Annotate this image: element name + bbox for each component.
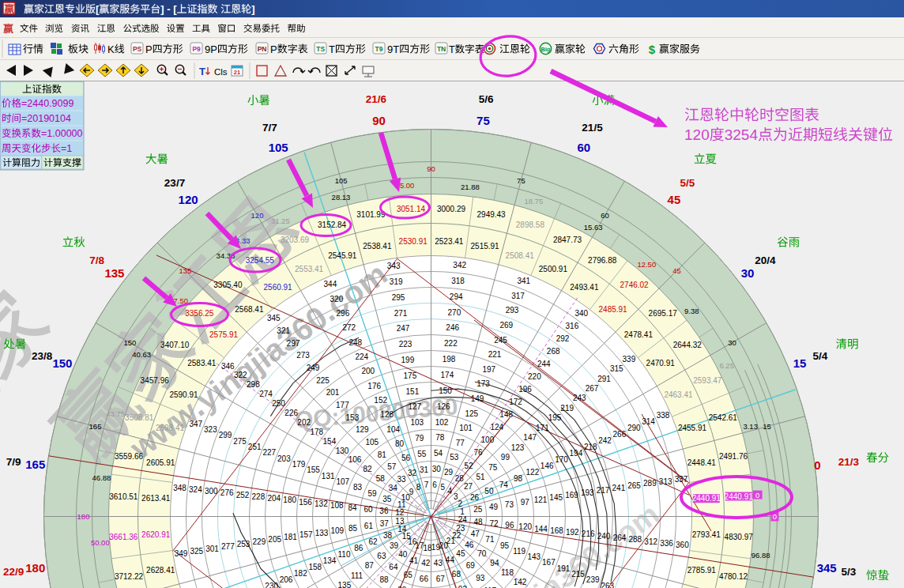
svg-text:222: 222 — [444, 339, 458, 348]
svg-text:270: 270 — [448, 308, 461, 317]
svg-text:93: 93 — [476, 574, 485, 582]
svg-text:94: 94 — [490, 559, 499, 567]
svg-text:314: 314 — [642, 417, 655, 426]
svg-text:126: 126 — [437, 402, 450, 411]
svg-text:124: 124 — [490, 423, 503, 432]
svg-text:150: 150 — [439, 386, 452, 395]
svg-text:133: 133 — [315, 529, 329, 537]
svg-text:269: 269 — [499, 321, 513, 330]
svg-text:65: 65 — [404, 571, 413, 579]
svg-text:75: 75 — [476, 114, 490, 127]
svg-text:23/7: 23/7 — [164, 177, 185, 189]
svg-text:63: 63 — [377, 552, 386, 560]
svg-text:3559.66: 3559.66 — [115, 452, 144, 461]
svg-text:57: 57 — [387, 462, 397, 471]
svg-text:247: 247 — [397, 324, 410, 333]
svg-text:12: 12 — [395, 508, 405, 517]
svg-text:181: 181 — [284, 533, 297, 541]
svg-text:194: 194 — [570, 449, 583, 458]
svg-text:175: 175 — [404, 371, 417, 380]
svg-text:21.88: 21.88 — [461, 183, 480, 191]
svg-text:23: 23 — [456, 524, 465, 533]
svg-text:62: 62 — [369, 537, 379, 546]
svg-text:20/4: 20/4 — [755, 254, 776, 266]
svg-text:204: 204 — [267, 494, 281, 503]
svg-text:227: 227 — [262, 448, 276, 457]
svg-text:120: 120 — [518, 522, 532, 531]
svg-text:31.25: 31.25 — [271, 217, 290, 225]
svg-text:105: 105 — [269, 141, 288, 154]
svg-text:240: 240 — [597, 532, 611, 541]
svg-text:340: 340 — [574, 309, 588, 318]
svg-text:177: 177 — [336, 401, 349, 409]
svg-text:2644.32: 2644.32 — [673, 341, 702, 349]
svg-text:253: 253 — [237, 540, 250, 548]
svg-text:135: 135 — [104, 266, 124, 280]
svg-text:56: 56 — [401, 454, 411, 462]
svg-text:41: 41 — [409, 556, 419, 565]
svg-text:144: 144 — [534, 525, 548, 533]
svg-text:197: 197 — [482, 365, 495, 374]
svg-text:312: 312 — [644, 537, 657, 546]
svg-text:72: 72 — [489, 519, 499, 528]
svg-text:2491.76: 2491.76 — [719, 452, 748, 461]
svg-text:45: 45 — [668, 193, 681, 206]
svg-text:348: 348 — [173, 484, 186, 492]
svg-text:73: 73 — [505, 500, 514, 509]
svg-text:224: 224 — [355, 352, 368, 361]
svg-text:299: 299 — [219, 431, 232, 439]
svg-text:9T: 9T — [387, 43, 399, 55]
svg-text:T: T — [449, 44, 455, 55]
svg-text:47: 47 — [471, 530, 480, 538]
svg-text:15.63: 15.63 — [584, 223, 603, 232]
svg-text:6: 6 — [432, 481, 437, 489]
svg-text:339: 339 — [623, 355, 636, 364]
svg-text:59: 59 — [368, 489, 378, 498]
svg-text:54: 54 — [434, 449, 443, 458]
svg-text:3152.84: 3152.84 — [318, 220, 347, 229]
svg-text:5/5: 5/5 — [680, 177, 695, 189]
svg-text:25: 25 — [473, 505, 483, 514]
svg-text:P: P — [270, 43, 277, 55]
svg-text:219: 219 — [560, 404, 574, 413]
svg-text:0: 0 — [755, 491, 759, 499]
svg-text:216: 216 — [582, 530, 595, 538]
svg-text:12.50: 12.50 — [637, 260, 656, 269]
svg-text:5/6: 5/6 — [479, 93, 494, 105]
svg-text:44: 44 — [446, 556, 455, 564]
svg-text:52: 52 — [465, 462, 474, 470]
svg-text:2575.91: 2575.91 — [209, 330, 239, 339]
svg-text:=1: =1 — [61, 143, 72, 154]
svg-text:=1.00000: =1.00000 — [41, 128, 83, 139]
svg-text:346: 346 — [221, 362, 235, 371]
svg-text:263: 263 — [601, 582, 614, 588]
svg-text:=2440.9099: =2440.9099 — [21, 98, 73, 109]
svg-text:295: 295 — [392, 293, 405, 302]
svg-text:217: 217 — [597, 486, 610, 495]
svg-text:2463.41: 2463.41 — [664, 390, 693, 399]
svg-text:2746.02: 2746.02 — [620, 281, 650, 289]
svg-text:29: 29 — [444, 468, 454, 477]
svg-text:319: 319 — [390, 277, 403, 286]
svg-text:88: 88 — [379, 575, 389, 584]
svg-text:103: 103 — [410, 418, 424, 427]
svg-text:3254.55: 3254.55 — [246, 256, 275, 265]
svg-text:125: 125 — [465, 409, 478, 418]
svg-text:80: 80 — [395, 439, 405, 448]
svg-text:K: K — [107, 43, 115, 55]
svg-text:2485.91: 2485.91 — [599, 305, 628, 314]
svg-text:82: 82 — [363, 465, 373, 473]
svg-text:2455.91: 2455.91 — [678, 424, 707, 432]
svg-text:2568.41: 2568.41 — [235, 305, 264, 314]
svg-text:132: 132 — [315, 499, 328, 508]
svg-text:31: 31 — [420, 466, 429, 474]
svg-text:70: 70 — [477, 549, 487, 558]
svg-text:276: 276 — [220, 488, 234, 497]
svg-text:349: 349 — [175, 549, 188, 558]
svg-text:104: 104 — [386, 425, 400, 434]
svg-text:193: 193 — [581, 488, 594, 497]
svg-text:342: 342 — [453, 261, 466, 270]
svg-text:46.88: 46.88 — [92, 473, 111, 482]
svg-text:150: 150 — [52, 356, 72, 370]
svg-text:0: 0 — [814, 458, 820, 472]
